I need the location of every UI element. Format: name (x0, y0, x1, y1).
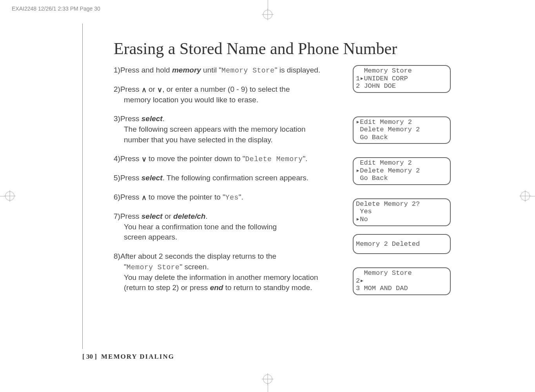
lcd-memory-store-after: Memory Store 2▸ 3 MOM AND DAD (353, 267, 451, 295)
step-1: 1)Press and hold memory until "Memory St… (114, 65, 349, 76)
key-select: select (141, 114, 163, 123)
text: ". (239, 193, 243, 201)
key-memory: memory (172, 66, 201, 74)
text: 8)After about 2 seconds the display retu… (114, 252, 276, 260)
text: (return to step 2) or press end to retur… (114, 283, 349, 293)
text: to move the pointer down to " (147, 154, 245, 163)
text: You may delete the information in anothe… (114, 272, 349, 283)
text: 6)Press (114, 193, 141, 201)
step-4: 4)Press ∨ to move the pointer down to "D… (114, 154, 349, 164)
text: . (205, 212, 207, 220)
text: number that you have selected in the dis… (114, 135, 349, 145)
lcd-delete-menu: Edit Memory 2 ▸Delete Memory 2 Go Back (353, 157, 451, 185)
lcd-phrase-yes: Yes (225, 194, 239, 201)
text: The following screen appears with the me… (114, 124, 349, 135)
lcd-confirm: Delete Memory 2? Yes ▸No (353, 198, 451, 226)
text: 1)Press and hold (114, 66, 172, 74)
text: memory location you would like to erase. (114, 95, 349, 105)
key-delete-ch: delete/ch (173, 212, 205, 220)
text: 4)Press (114, 154, 141, 163)
instruction-steps: 1)Press and hold memory until "Memory St… (114, 65, 349, 309)
page-title: Erasing a Stored Name and Phone Number (114, 39, 455, 58)
text: You hear a confirmation tone and the fol… (114, 222, 349, 232)
crop-mark-bottom (252, 376, 283, 392)
text: 7)Press (114, 212, 141, 220)
section-name: MEMORY DIALING (101, 353, 174, 360)
text: screen appears. (114, 232, 349, 243)
lcd-phrase-memory-store: Memory Store (221, 67, 275, 74)
text: 3)Press (114, 114, 141, 123)
text: or (163, 212, 173, 220)
up-arrow-icon: ∧ (141, 193, 147, 203)
text: to move the pointer to " (147, 193, 225, 201)
page-body: Erasing a Stored Name and Phone Number 1… (90, 27, 455, 309)
down-arrow-icon: ∨ (141, 154, 147, 164)
lcd-phrase-delete-memory: Delete Memory (245, 155, 303, 163)
text: , or enter a number (0 - 9) to select th… (162, 85, 290, 93)
key-select: select (141, 174, 163, 182)
text: ". (303, 154, 307, 163)
step-7: 7)Press select or delete/ch. You hear a … (114, 211, 349, 243)
text: until " (201, 66, 221, 74)
text: . (163, 114, 165, 123)
key-end: end (210, 283, 223, 292)
step-5: 5)Press select. The following confirmati… (114, 173, 349, 183)
lcd-phrase-memory-store: Memory Store (127, 263, 180, 271)
crop-mark-right (515, 188, 535, 204)
step-8: 8)After about 2 seconds the display retu… (114, 251, 349, 293)
text: "Memory Store" screen. (114, 262, 349, 272)
down-arrow-icon: ∨ (157, 85, 162, 95)
page-footer: [ 30 ] MEMORY DIALING (82, 353, 174, 361)
up-arrow-icon: ∧ (141, 85, 147, 95)
print-header: EXAI2248 12/26/1 2:33 PM Page 30 (12, 5, 100, 12)
crop-mark-top (252, 0, 283, 16)
crop-mark-left (0, 188, 20, 204)
text: 5)Press (114, 174, 141, 182)
vertical-rule (82, 24, 83, 349)
text: " is displayed. (275, 66, 321, 74)
lcd-screens: Memory Store 1▸UNIDEN CORP 2 JOHN DOE ▸E… (353, 65, 451, 309)
step-2: 2)Press ∧ or ∨, or enter a number (0 - 9… (114, 84, 349, 105)
step-6: 6)Press ∧ to move the pointer to "Yes". (114, 192, 349, 203)
key-select: select (141, 212, 163, 220)
lcd-memory-store: Memory Store 1▸UNIDEN CORP 2 JOHN DOE (353, 65, 451, 93)
text: or (147, 85, 157, 93)
page-number: [ 30 ] (82, 353, 97, 360)
lcd-edit-menu: ▸Edit Memory 2 Delete Memory 2 Go Back (353, 116, 451, 144)
step-3: 3)Press select. The following screen app… (114, 114, 349, 145)
lcd-deleted: Memory 2 Deleted (353, 234, 451, 254)
text: . The following confirmation screen appe… (163, 174, 308, 182)
text: 2)Press (114, 85, 141, 93)
